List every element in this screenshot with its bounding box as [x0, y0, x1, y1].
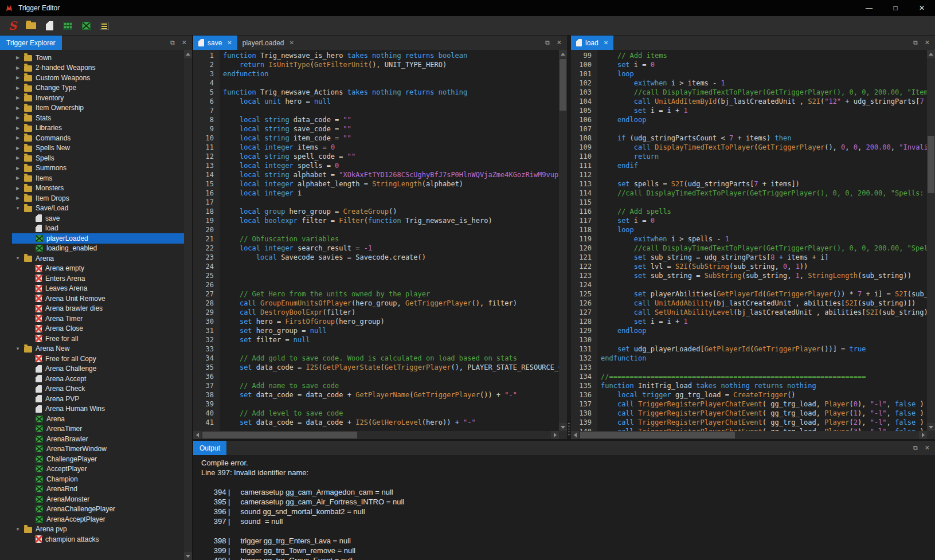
- scrollbar-thumb[interactable]: [580, 432, 735, 438]
- script-check-button[interactable]: [78, 18, 94, 34]
- code-line[interactable]: 126 call UnitAddAbility(bj_lastCreatedUn…: [571, 299, 927, 308]
- float-panel-icon[interactable]: ⧉: [545, 39, 550, 46]
- code-line[interactable]: 100 set i = 0: [571, 60, 927, 69]
- jass-logo-button[interactable]: S: [5, 18, 21, 34]
- tree-item-spells[interactable]: ▶Spells: [0, 153, 184, 163]
- code-line[interactable]: 7: [193, 106, 559, 115]
- tree-item-arena-human-wins[interactable]: Arena Human Wins: [0, 404, 184, 414]
- code-line[interactable]: 136 local trigger gg_trg_load = CreateTr…: [571, 390, 927, 400]
- code-line[interactable]: 117 set i = 0: [571, 216, 927, 225]
- code-line[interactable]: 40 // Add level to save code: [193, 409, 559, 418]
- tree-item-change-type[interactable]: ▶Change Type: [0, 83, 184, 93]
- minimize-button[interactable]: —: [856, 0, 882, 16]
- code-line[interactable]: 27 // Get Hero from the units owned by t…: [193, 289, 559, 299]
- close-panel-icon[interactable]: ✕: [182, 39, 187, 46]
- code-line[interactable]: 3endfunction: [193, 69, 559, 79]
- tree-item-arena-pvp[interactable]: Arena PVP: [0, 394, 184, 404]
- code-line[interactable]: 14 local string alphabet = "XOkAxFtTYD12…: [193, 170, 559, 179]
- code-line[interactable]: 32 set filter = null: [193, 335, 559, 344]
- close-panel-icon[interactable]: ✕: [925, 444, 930, 452]
- code-line[interactable]: 24: [193, 262, 559, 271]
- tree-item-inventory[interactable]: ▶Inventory: [0, 93, 184, 103]
- tree-item-spells-new[interactable]: ▶Spells New: [0, 143, 184, 154]
- code-line[interactable]: 38 set data_code = data_code + GetPlayer…: [193, 390, 559, 400]
- code-line[interactable]: 18 local group hero_group = CreateGroup(…: [193, 207, 559, 216]
- code-line[interactable]: 118 loop: [571, 225, 927, 234]
- save-horizontal-scrollbar[interactable]: [193, 431, 559, 439]
- tree-item-commands[interactable]: ▶Commands: [0, 133, 184, 143]
- chevron-down-icon[interactable]: ▼: [14, 527, 22, 532]
- code-line[interactable]: 99 // Add items: [571, 51, 927, 60]
- load-horizontal-scrollbar[interactable]: [571, 431, 927, 439]
- tree-item-items[interactable]: ▶Items: [0, 173, 184, 183]
- close-button[interactable]: ✕: [909, 0, 935, 16]
- scrollbar-thumb[interactable]: [928, 136, 934, 193]
- code-line[interactable]: 109 call DisplayTimedTextToPlayer(GetTri…: [571, 143, 927, 152]
- code-line[interactable]: 2 return IsUnitType(GetFilterUnit(), UNI…: [193, 60, 559, 69]
- tree-item-arena-unit-remove[interactable]: Arena Unit Remove: [0, 293, 184, 304]
- close-panel-icon[interactable]: ✕: [925, 39, 930, 46]
- code-line[interactable]: 105 set i = i + 1: [571, 106, 927, 115]
- code-line[interactable]: 29 call DestroyBoolExpr(filter): [193, 308, 559, 317]
- code-line[interactable]: 138 call TriggerRegisterPlayerChatEvent(…: [571, 409, 927, 418]
- code-line[interactable]: 119 exitwhen i > spells - 1: [571, 234, 927, 244]
- close-tab-icon[interactable]: ✕: [289, 40, 294, 46]
- chevron-right-icon[interactable]: ▶: [14, 186, 22, 191]
- scroll-left-button[interactable]: [193, 431, 201, 439]
- code-line[interactable]: 6 local unit hero = null: [193, 97, 559, 106]
- code-line[interactable]: 121 set sub_string = udg_stringParts[8 +…: [571, 253, 927, 262]
- code-line[interactable]: 132endfunction: [571, 354, 927, 363]
- code-line[interactable]: 124: [571, 280, 927, 289]
- code-line[interactable]: 122 set lvl = S2I(SubString(sub_string, …: [571, 262, 927, 271]
- scroll-up-button[interactable]: [927, 50, 935, 58]
- tree-item-monsters[interactable]: ▶Monsters: [0, 183, 184, 194]
- code-line[interactable]: 127 call SetUnitAbilityLevel(bj_lastCrea…: [571, 308, 927, 317]
- code-line[interactable]: 20: [193, 225, 559, 234]
- tree-item-arena-timer[interactable]: Arena Timer: [0, 314, 184, 324]
- tree-item-arena-brawler-dies[interactable]: Arena brawler dies: [0, 304, 184, 314]
- code-line[interactable]: 130: [571, 335, 927, 344]
- code-line[interactable]: 26: [193, 280, 559, 289]
- code-line[interactable]: 116 // Add spells: [571, 207, 927, 216]
- code-line[interactable]: 133: [571, 363, 927, 372]
- tree-vertical-scrollbar[interactable]: [184, 50, 192, 560]
- save-editor-tab-save[interactable]: save✕: [193, 36, 237, 50]
- code-line[interactable]: 128 set i = i + 1: [571, 317, 927, 326]
- code-line[interactable]: 139 call TriggerRegisterPlayerChatEvent(…: [571, 418, 927, 427]
- syntax-grid-button[interactable]: [60, 18, 76, 34]
- load-vertical-scrollbar[interactable]: [927, 50, 935, 431]
- code-line[interactable]: 1function Trig_newsave_is_hero takes not…: [193, 51, 559, 60]
- code-line[interactable]: 10 local string item_code = "": [193, 134, 559, 143]
- code-line[interactable]: 8 local string data_code = "": [193, 115, 559, 124]
- float-panel-icon[interactable]: ⧉: [170, 39, 175, 46]
- tree-item-champion-attacks[interactable]: champion attacks: [0, 534, 184, 545]
- chevron-right-icon[interactable]: ▶: [14, 175, 22, 181]
- code-line[interactable]: 23 local Savecode savies = Savecode.crea…: [193, 253, 559, 262]
- code-line[interactable]: 13 local integer spells = 0: [193, 161, 559, 170]
- new-file-button[interactable]: [41, 18, 57, 34]
- chevron-right-icon[interactable]: ▶: [14, 105, 22, 111]
- tree-item-arenamonster[interactable]: ArenaMonster: [0, 494, 184, 504]
- code-line[interactable]: 129 endloop: [571, 326, 927, 335]
- chevron-down-icon[interactable]: ▼: [14, 256, 22, 261]
- code-line[interactable]: 111 endif: [571, 161, 927, 170]
- code-editor-save[interactable]: 1function Trig_newsave_is_hero takes not…: [193, 50, 559, 431]
- save-editor-tab-playerloaded[interactable]: playerLoaded✕: [237, 36, 299, 50]
- code-line[interactable]: 12 local string spell_code = "": [193, 152, 559, 161]
- tree-item-libraries[interactable]: ▶Libraries: [0, 123, 184, 134]
- code-line[interactable]: 112: [571, 170, 927, 179]
- close-tab-icon[interactable]: ✕: [227, 40, 232, 46]
- scroll-down-button[interactable]: [559, 423, 567, 431]
- code-line[interactable]: 39: [193, 400, 559, 409]
- code-line[interactable]: 22 local integer search_result = -1: [193, 244, 559, 253]
- code-line[interactable]: 33: [193, 344, 559, 354]
- code-line[interactable]: 107: [571, 124, 927, 134]
- tree-item-champion[interactable]: Champion: [0, 474, 184, 484]
- open-folder-button[interactable]: [23, 18, 39, 34]
- code-line[interactable]: 131 set udg_playerLoaded[GetPlayerId(Get…: [571, 344, 927, 354]
- tree-item-challengeplayer[interactable]: ChallengePlayer: [0, 454, 184, 464]
- tree-item-loading-enabled[interactable]: loading_enabled: [0, 244, 184, 254]
- code-line[interactable]: 17: [193, 198, 559, 207]
- chevron-right-icon[interactable]: ▶: [14, 146, 22, 151]
- chevron-right-icon[interactable]: ▶: [14, 95, 22, 100]
